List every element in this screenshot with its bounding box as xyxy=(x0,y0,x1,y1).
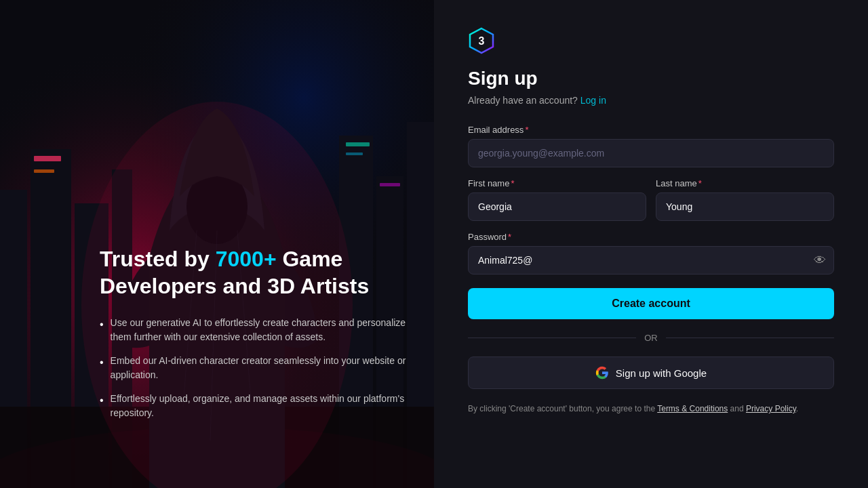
email-input[interactable] xyxy=(468,139,834,167)
or-divider: OR xyxy=(468,333,834,343)
privacy-link[interactable]: Privacy Policy xyxy=(746,404,796,413)
password-field-group: Password* 👁 xyxy=(468,232,834,274)
firstname-label: First name* xyxy=(468,178,646,188)
name-row: First name* Last name* xyxy=(468,178,834,221)
terms-text: By clicking 'Create account' button, you… xyxy=(468,403,834,415)
firstname-input[interactable] xyxy=(468,192,646,221)
toggle-password-icon[interactable]: 👁 xyxy=(814,253,826,268)
headline-accent: 7000+ xyxy=(216,247,277,271)
already-account-text: Already have an account? Log in xyxy=(468,95,606,106)
terms-link[interactable]: Terms & Conditions xyxy=(657,404,728,413)
password-input[interactable] xyxy=(468,246,834,274)
create-account-button[interactable]: Create account xyxy=(468,288,834,319)
password-wrapper: 👁 xyxy=(468,246,834,274)
page-title: Sign up xyxy=(468,68,538,89)
divider-line-left xyxy=(468,338,636,338)
firstname-field-group: First name* xyxy=(468,178,646,221)
feature-list: Use our generative AI to effortlessly cr… xyxy=(100,316,407,420)
email-label: Email address* xyxy=(468,125,834,135)
login-link[interactable]: Log in xyxy=(580,95,606,106)
google-btn-label: Sign up with Google xyxy=(616,367,707,379)
svg-rect-11 xyxy=(34,169,54,173)
signup-form: Email address* First name* Last name* xyxy=(468,125,834,415)
lastname-label: Last name* xyxy=(656,178,834,188)
google-signin-button[interactable]: Sign up with Google xyxy=(468,357,834,389)
right-panel: 3 Sign up Already have an account? Log i… xyxy=(434,0,868,488)
lastname-field-group: Last name* xyxy=(656,178,834,221)
feature-item-3: Effortlessly upload, organize, and manag… xyxy=(100,392,407,420)
google-logo-icon xyxy=(595,366,609,380)
left-content: Trusted by 7000+ Game Developers and 3D … xyxy=(100,245,407,420)
svg-rect-10 xyxy=(34,156,61,161)
divider-line-right xyxy=(666,338,834,338)
svg-rect-13 xyxy=(346,152,363,155)
password-label: Password* xyxy=(468,232,834,242)
left-panel: Trusted by 7000+ Game Developers and 3D … xyxy=(0,0,434,488)
or-text: OR xyxy=(644,333,658,343)
svg-text:3: 3 xyxy=(479,35,485,47)
svg-rect-12 xyxy=(346,142,370,146)
feature-item-1: Use our generative AI to effortlessly cr… xyxy=(100,316,407,344)
svg-rect-14 xyxy=(380,183,400,186)
lastname-input[interactable] xyxy=(656,192,834,221)
headline: Trusted by 7000+ Game Developers and 3D … xyxy=(100,245,407,300)
feature-item-2: Embed our AI-driven character creator se… xyxy=(100,354,407,382)
app-logo: 3 xyxy=(468,27,495,54)
headline-pre: Trusted by xyxy=(100,247,216,271)
email-field-group: Email address* xyxy=(468,125,834,167)
